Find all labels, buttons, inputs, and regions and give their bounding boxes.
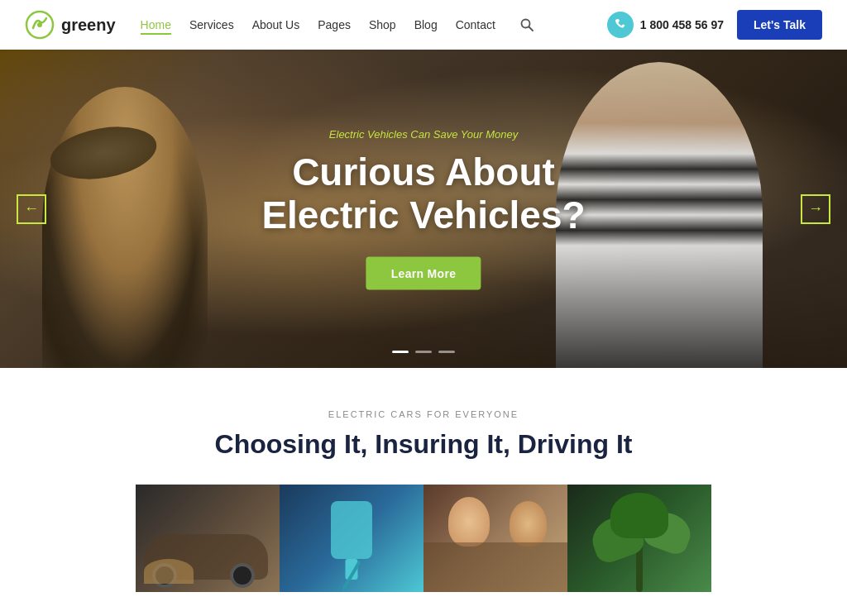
- phone-avatar: [607, 12, 634, 38]
- phone-icon: [614, 18, 627, 31]
- nav-blog[interactable]: Blog: [414, 18, 438, 31]
- section2-label: ELECTRIC CARS FOR EVERYONE: [25, 409, 822, 419]
- logo-text: greeny: [61, 16, 116, 35]
- hero-title: Curious About Electric Vehicles?: [261, 150, 585, 237]
- svg-line-3: [529, 27, 533, 31]
- arrow-left-icon: ←: [24, 200, 39, 217]
- arrow-right-icon: →: [808, 200, 823, 217]
- navbar-right: 1 800 458 56 97 Let's Talk: [607, 10, 822, 40]
- nav-shop[interactable]: Shop: [369, 18, 396, 31]
- svg-point-1: [37, 22, 42, 27]
- phone-number: 1 800 458 56 97: [640, 18, 724, 31]
- hero-dot-3[interactable]: [438, 351, 455, 353]
- nav-pages[interactable]: Pages: [318, 18, 351, 31]
- card-item-1[interactable]: [136, 485, 280, 592]
- search-icon: [520, 18, 534, 31]
- hero-section: Electric Vehicles Can Save Your Money Cu…: [0, 50, 847, 368]
- hero-dot-2[interactable]: [415, 351, 432, 353]
- card-item-4[interactable]: [567, 485, 711, 592]
- hero-subtitle: Electric Vehicles Can Save Your Money: [261, 127, 585, 140]
- section2: ELECTRIC CARS FOR EVERYONE Choosing It, …: [0, 368, 847, 592]
- navbar: greeny Home Services About Us Pages Shop…: [0, 0, 847, 50]
- nav-links: Home Services About Us Pages Shop Blog C…: [141, 17, 495, 32]
- cards-row: [25, 485, 822, 592]
- nav-contact[interactable]: Contact: [456, 18, 495, 31]
- phone-area: 1 800 458 56 97: [607, 12, 724, 38]
- search-button[interactable]: [520, 18, 534, 31]
- nav-services[interactable]: Services: [189, 18, 234, 31]
- logo-link[interactable]: greeny: [25, 10, 116, 40]
- nav-about[interactable]: About Us: [252, 18, 300, 31]
- section2-title: Choosing It, Insuring It, Driving It: [25, 429, 822, 460]
- hero-content: Electric Vehicles Can Save Your Money Cu…: [261, 127, 585, 290]
- nav-home[interactable]: Home: [141, 18, 171, 35]
- greeny-logo-icon: [25, 10, 55, 40]
- card-item-3[interactable]: [424, 485, 567, 592]
- hero-dot-1[interactable]: [392, 351, 409, 353]
- hero-prev-button[interactable]: ←: [17, 194, 46, 224]
- lets-talk-button[interactable]: Let's Talk: [737, 10, 822, 40]
- hero-learn-more-button[interactable]: Learn More: [366, 257, 481, 290]
- card-item-2[interactable]: [280, 485, 424, 592]
- hero-next-button[interactable]: →: [801, 194, 830, 224]
- hero-dots: [392, 351, 455, 353]
- navbar-left: greeny Home Services About Us Pages Shop…: [25, 10, 534, 40]
